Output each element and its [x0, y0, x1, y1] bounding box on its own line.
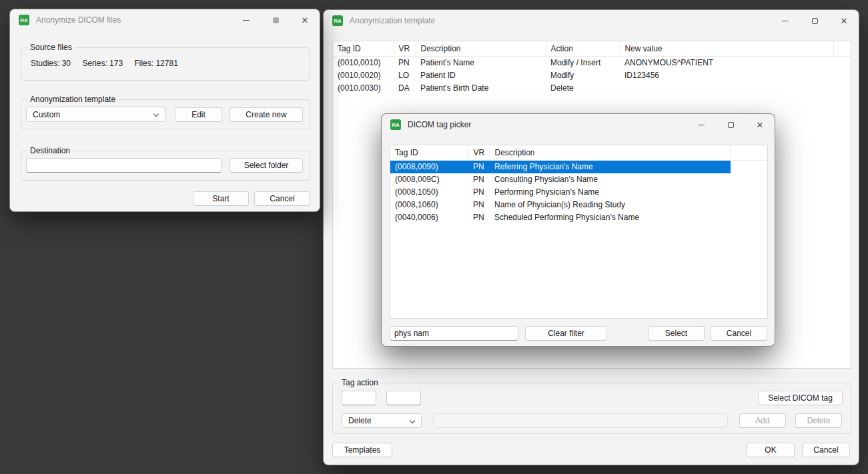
- cell-filler: [731, 160, 767, 173]
- select-dicom-tag-button[interactable]: Select DICOM tag: [758, 391, 843, 405]
- template-dropdown-value: Custom: [33, 110, 60, 119]
- select-button[interactable]: Select: [648, 326, 705, 341]
- column-header-filler: [731, 145, 767, 160]
- column-header-vr[interactable]: VR: [394, 41, 416, 56]
- cell-tag: (0008,009C): [390, 173, 468, 186]
- cell-vr: PN: [468, 211, 490, 224]
- radiant-app-icon: RA: [390, 119, 401, 130]
- titlebar[interactable]: RA DICOM tag picker ✕: [382, 114, 775, 135]
- minimize-button[interactable]: [232, 9, 261, 31]
- cell-description: Performing Physician's Name: [490, 186, 731, 199]
- column-header-action[interactable]: Action: [546, 41, 620, 56]
- source-files-stats: Studies: 30 Series: 173 Files: 12781: [31, 58, 187, 69]
- cell-vr: PN: [468, 173, 490, 186]
- source-files-label: Source files: [27, 43, 75, 53]
- start-button[interactable]: Start: [193, 191, 249, 206]
- table-row[interactable]: (0008,1060)PNName of Physician(s) Readin…: [390, 199, 767, 211]
- edit-button[interactable]: Edit: [175, 107, 222, 122]
- cell-new-value: ID123456: [620, 69, 833, 82]
- close-button[interactable]: ✕: [745, 114, 775, 135]
- cell-vr: LO: [394, 69, 416, 82]
- cell-filler: [731, 173, 767, 186]
- cell-vr: PN: [468, 186, 490, 199]
- cancel-button[interactable]: Cancel: [254, 191, 310, 206]
- create-new-button[interactable]: Create new: [230, 107, 303, 122]
- maximize-button[interactable]: [261, 9, 290, 31]
- add-button: Add: [739, 413, 786, 428]
- cell-new-value: [620, 82, 833, 95]
- close-button[interactable]: ✕: [290, 9, 320, 31]
- cell-filler: [833, 82, 851, 95]
- cell-description: Patient's Birth Date: [416, 82, 546, 95]
- window-title: DICOM tag picker: [408, 120, 471, 129]
- maximize-icon: [728, 122, 734, 128]
- maximize-button[interactable]: [800, 10, 829, 31]
- window-title: Anonymize DICOM files: [36, 15, 121, 25]
- anonymize-dicom-files-window: RA Anonymize DICOM files ✕ Source files …: [9, 9, 320, 212]
- cell-tag: (0010,0010): [333, 56, 394, 69]
- template-table-body: (0010,0010)PNPatient's NameModify / Inse…: [333, 56, 851, 95]
- filter-input[interactable]: [390, 326, 518, 341]
- tag-element-input[interactable]: [386, 391, 421, 405]
- maximize-icon: [273, 17, 279, 23]
- titlebar[interactable]: RA Anonymize DICOM files ✕: [10, 9, 320, 31]
- cell-tag: (0008,1050): [390, 186, 468, 199]
- maximize-button[interactable]: [716, 114, 745, 135]
- minimize-button[interactable]: [771, 10, 800, 31]
- destination-path-input[interactable]: [26, 158, 222, 173]
- cell-filler: [731, 186, 767, 199]
- table-header-row: Tag ID VR Description: [390, 145, 767, 160]
- table-row[interactable]: (0010,0020)LOPatient IDModifyID123456: [333, 69, 851, 82]
- column-header-tag-id[interactable]: Tag ID: [333, 41, 394, 56]
- close-icon: ✕: [757, 120, 764, 130]
- titlebar[interactable]: RA Anonymization template ✕: [324, 10, 859, 31]
- close-icon: ✕: [302, 15, 309, 25]
- new-value-input: [433, 413, 728, 428]
- cell-description: Scheduled Performing Physician's Name: [490, 211, 731, 224]
- table-row[interactable]: (0010,0010)PNPatient's NameModify / Inse…: [333, 56, 851, 69]
- column-header-new-value[interactable]: New value: [620, 41, 833, 56]
- action-dropdown[interactable]: Delete: [342, 413, 422, 428]
- table-row[interactable]: (0008,0090)PNReferring Physician's Name: [390, 160, 767, 173]
- minimize-icon: [698, 125, 705, 125]
- cell-description: Patient's Name: [416, 56, 546, 69]
- destination-label: Destination: [27, 146, 73, 156]
- minimize-icon: [782, 21, 789, 21]
- radiant-app-icon: RA: [19, 15, 29, 25]
- templates-button[interactable]: Templates: [332, 443, 392, 457]
- minimize-button[interactable]: [687, 114, 716, 135]
- delete-button: Delete: [795, 413, 842, 428]
- column-header-tag-id[interactable]: Tag ID: [390, 145, 468, 160]
- cell-tag: (0008,0090): [390, 160, 468, 173]
- column-header-description[interactable]: Description: [490, 145, 731, 160]
- table-row[interactable]: (0040,0006)PNScheduled Performing Physic…: [390, 211, 767, 224]
- table-row[interactable]: (0008,009C)PNConsulting Physician's Name: [390, 173, 767, 186]
- window-controls: ✕: [687, 114, 775, 135]
- template-dropdown[interactable]: Custom: [26, 107, 165, 122]
- series-count: Series: 173: [82, 59, 123, 68]
- table-header-row: Tag ID VR Description Action New value: [333, 41, 851, 56]
- table-row[interactable]: (0010,0030)DAPatient's Birth DateDelete: [333, 82, 851, 95]
- column-header-vr[interactable]: VR: [468, 145, 490, 160]
- window-controls: ✕: [232, 9, 320, 31]
- cell-filler: [833, 69, 851, 82]
- window-title: Anonymization template: [350, 16, 435, 25]
- cancel-button[interactable]: Cancel: [802, 443, 850, 457]
- clear-filter-button[interactable]: Clear filter: [525, 326, 607, 341]
- table-row[interactable]: (0008,1050)PNPerforming Physician's Name: [390, 186, 767, 199]
- cancel-button[interactable]: Cancel: [711, 326, 767, 341]
- cell-vr: DA: [394, 82, 416, 95]
- radiant-app-icon: RA: [332, 15, 343, 26]
- studies-count: Studies: 30: [31, 59, 71, 68]
- column-header-description[interactable]: Description: [416, 41, 546, 56]
- select-folder-button[interactable]: Select folder: [230, 158, 303, 173]
- anonymization-template-label: Anonymization template: [27, 95, 118, 105]
- close-icon: ✕: [841, 16, 848, 26]
- close-button[interactable]: ✕: [829, 10, 859, 31]
- maximize-icon: [812, 18, 818, 24]
- cell-vr: PN: [394, 56, 416, 69]
- tag-picker-table: Tag ID VR Description (0008,0090)PNRefer…: [390, 145, 768, 319]
- chevron-down-icon: [410, 418, 415, 423]
- ok-button[interactable]: OK: [747, 443, 795, 457]
- tag-group-input[interactable]: [342, 391, 376, 405]
